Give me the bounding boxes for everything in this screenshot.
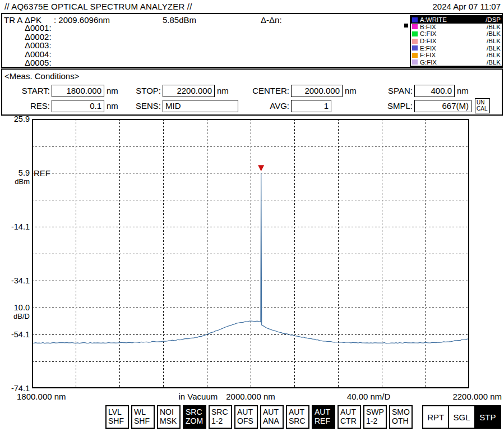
x-axis-label: 2200.000 nm (423, 392, 502, 401)
trace-display-mode: /BLK (487, 52, 501, 58)
softkey-stp[interactable]: STP (474, 406, 500, 428)
field-unit: nm (217, 86, 229, 95)
softkey-swp-1-2[interactable]: SWP1-2 (363, 405, 387, 429)
softkeys-right-group: RPTSGLSTP (422, 405, 501, 429)
osa-screen: // AQ6375E OPTICAL SPECTRUM ANALYZER // … (0, 0, 504, 431)
field-unit: nm (345, 86, 357, 95)
delta-row: Δ0001: (25, 24, 52, 33)
legend-row-c-fix[interactable]: C:FIX/BLK (411, 30, 502, 38)
stop-value-box[interactable]: 2200.000 (163, 85, 215, 97)
res-field: RES:0.1nm (2, 99, 118, 112)
trace-color-swatch-icon (412, 59, 418, 65)
delta-row: Δ0002: (25, 33, 52, 42)
trace-name: C:FIX (420, 30, 436, 37)
softkey-smo-oth[interactable]: SMOOTH (389, 405, 413, 429)
softkey-line2: 1-2 (366, 416, 386, 425)
peak-marker-icon (258, 165, 264, 171)
legend-row-d-fix[interactable]: D:FIX/BLK (411, 38, 502, 45)
softkey-aut-ana[interactable]: AUTANA (260, 405, 284, 429)
softkey-line1: AUT (263, 407, 283, 416)
legend-row-f-fix[interactable]: F:FIX/BLK (411, 52, 502, 59)
field-label: START: (2, 86, 50, 95)
field-label: SMPL: (365, 101, 413, 111)
softkey-line1: SRC (186, 407, 205, 416)
legend-row-b-fix[interactable]: B:FIX/BLK (411, 24, 502, 31)
delta-rows: Δ0001:Δ0002:Δ0003:Δ0004:Δ0005: (25, 24, 52, 67)
trace-name: D:FIX (420, 38, 436, 44)
trace-display-mode: /DSP (485, 16, 501, 23)
field-value: 0.1 (52, 101, 104, 111)
field-value: 1 (292, 101, 331, 111)
softkey-src-1-2[interactable]: SRC1-2 (209, 405, 232, 429)
trace-color-swatch-icon (412, 53, 418, 58)
y-axis-sublabel: dBm (1, 177, 30, 186)
softkey-line1: AUT (315, 407, 334, 416)
softkeys-left-group: LVLSHFWLSHFNOIMSKSRCZOMSRC1-2AUTOFSAUTAN… (105, 405, 413, 429)
y-axis-label: 5.9 (1, 168, 30, 177)
peak-level-value: 5.85dBm (163, 15, 196, 25)
field-value: 667(M) (415, 101, 471, 111)
legend-pointer-icon (404, 24, 408, 27)
softkey-line2: CTR (340, 416, 360, 425)
legend-row-e-fix[interactable]: E:FIX/BLK (411, 44, 502, 52)
y-axis-label: 10.0 (1, 303, 30, 312)
softkey-lvl-shf[interactable]: LVLSHF (105, 405, 129, 429)
softkey-line2: SHF (108, 416, 128, 425)
y-axis-sublabel: dB/D (1, 312, 30, 320)
y-axis-label: -54.1 (1, 330, 30, 339)
trace-display-mode: /BLK (487, 45, 501, 52)
softkey-line1: WL (134, 407, 154, 416)
softkey-wl-shf[interactable]: WLSHF (131, 405, 155, 429)
res-value-box[interactable]: 0.1 (52, 100, 104, 112)
start-field: START:1800.000nm (2, 84, 118, 97)
y-axis-label: 25.9 (1, 114, 30, 123)
softkey-line2: 1-2 (211, 416, 231, 425)
title-bar: // AQ6375E OPTICAL SPECTRUM ANALYZER // … (0, 0, 504, 13)
center-value-box[interactable]: 2000.000 (291, 85, 343, 97)
start-value-box[interactable]: 1800.000 (52, 85, 104, 97)
trace-display-mode: /BLK (487, 24, 501, 30)
softkey-aut-src[interactable]: AUTSRC (286, 405, 309, 429)
softkey-aut-ref[interactable]: AUTREF (312, 405, 335, 429)
trace-display-mode: /BLK (487, 38, 501, 44)
trace-color-swatch-icon (412, 17, 418, 22)
spectrum-chart: 25.95.9dBm-14.1-34.110.0dB/D-54.1-74.1 R… (0, 117, 504, 404)
trace-display-mode: /BLK (487, 59, 501, 66)
softkey-line2: OTH (392, 416, 411, 425)
softkey-line1: AUT (340, 407, 360, 416)
span-value-box[interactable]: 400.0 (414, 85, 455, 97)
center-field: CENTER:2000.000nm (242, 84, 357, 97)
softkey-line2: ZOM (186, 416, 205, 425)
ref-level-label: REF (34, 168, 52, 178)
trace-color-swatch-icon (412, 31, 418, 36)
meas-conditions-heading: <Meas. Conditions> (4, 71, 79, 81)
softkey-src-zom[interactable]: SRCZOM (183, 405, 206, 429)
avg-value-box[interactable]: 1 (291, 100, 331, 112)
smpl-field: SMPL:667(M) (365, 99, 474, 112)
smpl-value-box[interactable]: 667(M) (414, 100, 471, 112)
sens-field: SENS:MID (113, 99, 241, 112)
field-label: AVG: (242, 101, 289, 111)
x-axis-label: 2000.000 nm (211, 392, 290, 401)
softkey-line1: LVL (108, 407, 128, 416)
trace-color-swatch-icon (412, 24, 418, 29)
softkey-aut-ctr[interactable]: AUTCTR (337, 405, 361, 429)
softkey-rpt[interactable]: RPT (423, 406, 448, 428)
marker-panel: TR A ΔPK : 2009.6096nm 5.85dBm Δ-Δn: Δ00… (1, 13, 503, 68)
softkey-aut-ofs[interactable]: AUTOFS (234, 405, 258, 429)
delta-row: Δ0005: (25, 58, 52, 67)
softkey-line1: SMO (392, 407, 411, 416)
field-label: SENS: (113, 101, 161, 111)
field-value: 1800.000 (52, 86, 104, 95)
softkey-sgl[interactable]: SGL (448, 406, 474, 428)
uncal-line1: UN (477, 99, 489, 106)
field-label: STOP: (113, 86, 161, 95)
field-value: MID (163, 101, 238, 111)
sens-value-box[interactable]: MID (163, 100, 238, 112)
softkey-line2: MSK (160, 416, 179, 425)
legend-row-a-write[interactable]: A:WRITE/DSP (411, 16, 502, 24)
field-value: 2000.000 (292, 86, 342, 95)
softkey-noi-msk[interactable]: NOIMSK (157, 405, 181, 429)
x-axis-label: 1800.000 nm (17, 392, 95, 401)
legend-row-g-fix[interactable]: G:FIX/BLK (411, 58, 502, 66)
